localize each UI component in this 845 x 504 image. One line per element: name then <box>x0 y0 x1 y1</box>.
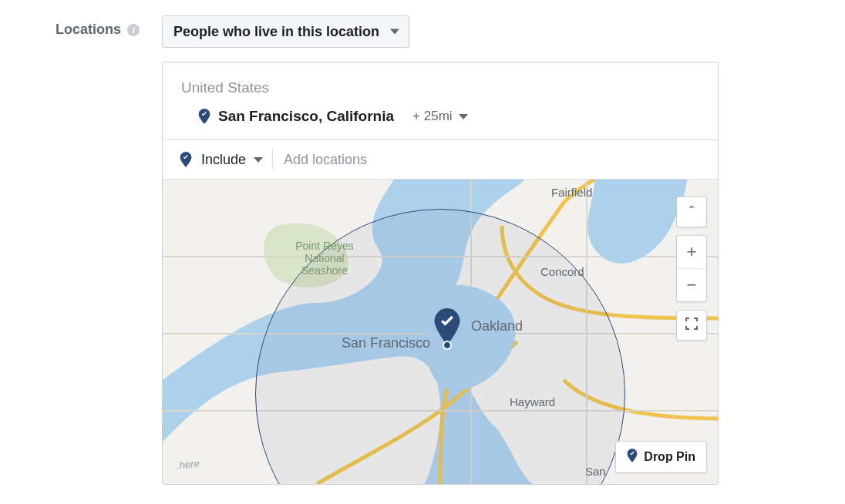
map-pan-up-button[interactable]: ˆ <box>676 197 707 227</box>
pin-icon <box>198 109 210 124</box>
location-type-dropdown[interactable]: People who live in this location <box>162 15 409 48</box>
location-name: San Francisco, California <box>218 108 394 125</box>
country-label: United States <box>181 79 699 96</box>
location-row[interactable]: San Francisco, California + 25mi <box>181 107 699 126</box>
separator <box>272 150 273 170</box>
section-label-text: Locations <box>56 22 121 38</box>
map-fullscreen-button[interactable] <box>676 310 707 341</box>
map-attribution: .here <box>176 457 200 471</box>
radius-dropdown[interactable]: + 25mi <box>408 107 473 126</box>
pin-icon <box>627 449 638 465</box>
chevron-up-icon: ˆ <box>689 205 693 219</box>
plus-icon: + <box>687 242 697 262</box>
chevron-down-icon <box>254 157 263 163</box>
locations-panel: United States San Francisco, California … <box>162 62 719 485</box>
map-canvas <box>163 180 718 484</box>
expand-icon <box>685 318 698 333</box>
pin-icon <box>180 152 192 167</box>
chevron-down-icon <box>459 114 468 119</box>
include-mode-dropdown[interactable]: Include <box>201 152 263 168</box>
drop-pin-label: Drop Pin <box>644 450 695 464</box>
map[interactable]: San Francisco Oakland Concord Fairfield … <box>163 179 718 484</box>
map-zoom-out-button[interactable]: − <box>677 268 706 301</box>
radius-label: + 25mi <box>412 109 453 124</box>
section-label: Locations i <box>56 22 140 38</box>
info-icon[interactable]: i <box>127 24 140 36</box>
include-row: Include <box>163 139 718 179</box>
location-type-label: People who live in this location <box>173 24 379 40</box>
map-zoom-in-button[interactable]: + <box>677 236 706 268</box>
panel-header: United States San Francisco, California … <box>163 62 718 139</box>
include-mode-label: Include <box>201 152 246 168</box>
map-controls: ˆ + − <box>676 197 707 341</box>
map-zoom-group: + − <box>676 235 707 302</box>
drop-pin-button[interactable]: Drop Pin <box>615 441 707 473</box>
minus-icon: − <box>687 275 697 295</box>
location-input[interactable] <box>282 151 701 169</box>
chevron-down-icon <box>390 29 399 35</box>
